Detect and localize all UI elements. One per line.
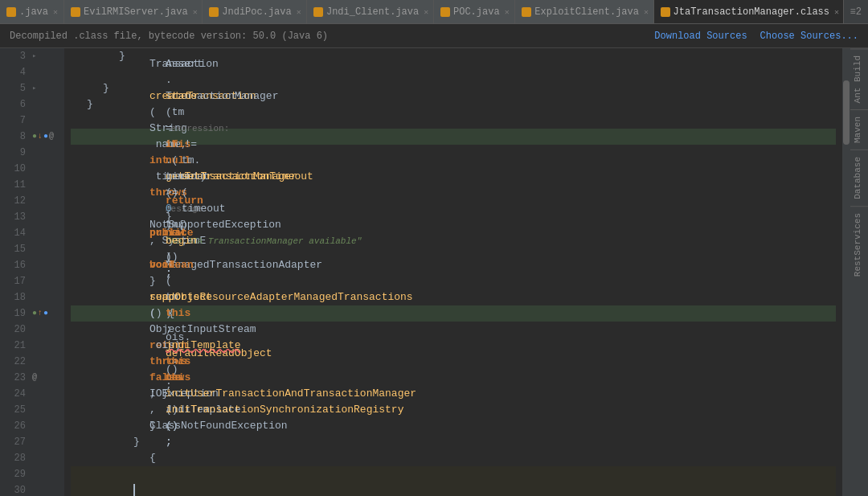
line-num-11: 11 — [0, 177, 31, 193]
gutter-row-27: 27 — [0, 434, 64, 450]
tab-evilrmi[interactable]: EvilRMIServer.java ✕ — [64, 0, 203, 24]
tab-exploitclient[interactable]: ExploitClient.java ✕ — [515, 0, 653, 24]
line-num-26: 26 — [0, 418, 31, 434]
line-num-19: 19 — [0, 305, 31, 322]
gutter-row-30: 30 — [0, 482, 64, 496]
evilrmi-file-icon — [71, 7, 80, 17]
line-num-29: 29 — [0, 466, 31, 482]
debug-icon-8: ● — [43, 129, 48, 145]
gutter-row-15: 15 — [0, 241, 64, 257]
tab-jndipoc[interactable]: JndiPoc.java ✕ — [203, 0, 307, 24]
rest-services-panel-tab[interactable]: RestServices — [850, 206, 868, 283]
annotation-icon-8: ↓ — [38, 129, 43, 145]
maven-panel-tab[interactable]: Maven — [850, 109, 868, 150]
gutter-row-20: 20 — [0, 322, 64, 338]
code-editor[interactable]: } } } public Transaction creat — [64, 48, 842, 496]
code-content: } } } public Transaction creat — [64, 48, 842, 496]
cursor — [133, 484, 135, 496]
tab-poc-label: POC.java — [453, 6, 500, 18]
line-num-12: 12 — [0, 193, 31, 209]
gutter-row-10: 10 — [0, 161, 64, 177]
debug-icon-19: ● — [43, 305, 48, 322]
tab-java-label: .java — [19, 6, 48, 18]
gutter-row-11: 11 — [0, 177, 64, 193]
line-num-21: 21 — [0, 338, 31, 354]
gutter-row-22: 22 — [0, 354, 64, 370]
line-num-27: 27 — [0, 434, 31, 450]
line-num-20: 20 — [0, 322, 31, 338]
line-num-28: 28 — [0, 450, 31, 466]
gutter-row-8: 8 ● ↓ ● @ — [0, 129, 64, 145]
line-num-4: 4 — [0, 64, 31, 80]
gutter-row-28: 28 — [0, 450, 64, 466]
gutter-row-17: 17 — [0, 273, 64, 289]
java-file-icon — [6, 7, 16, 17]
tab-jndipoc-close[interactable]: ✕ — [297, 7, 301, 17]
line-num-10: 10 — [0, 161, 31, 177]
tab-poc-close[interactable]: ✕ — [505, 7, 510, 17]
jndipoc-file-icon — [209, 7, 219, 17]
line-num-24: 24 — [0, 386, 31, 402]
tab-java[interactable]: .java ✕ — [0, 0, 64, 24]
tab-jndiclient-close[interactable]: ✕ — [424, 7, 428, 17]
gutter-row-14: 14 — [0, 225, 64, 241]
tab-exploitclient-close[interactable]: ✕ — [644, 7, 649, 17]
gutter-row-12: 12 — [0, 193, 64, 209]
gutter-row-24: 24 — [0, 386, 64, 402]
bookmark-icon-19[interactable]: ● — [32, 305, 37, 322]
gutter-row-26: 26 — [0, 418, 64, 434]
line-num-30: 30 — [0, 482, 31, 496]
jndiclient-file-icon — [313, 7, 323, 17]
ant-build-panel-tab[interactable]: Ant Build — [850, 48, 868, 109]
scrollbar-track[interactable] — [842, 48, 850, 496]
gutter-row-16: 16 — [0, 257, 64, 273]
fold-icon-3[interactable]: ▸ — [32, 48, 36, 64]
tab-jtatransaction[interactable]: JtaTransactionManager.class ✕ — [654, 0, 844, 24]
poc-file-icon — [440, 7, 450, 17]
scrollbar-thumb[interactable] — [843, 80, 850, 145]
line-num-6: 6 — [0, 96, 31, 113]
tab-jtatransaction-label: JtaTransactionManager.class — [674, 6, 829, 18]
line-num-5: 5 — [0, 80, 31, 96]
info-bar: Decompiled .class file, bytecode version… — [0, 24, 868, 48]
line-num-16: 16 — [0, 257, 31, 273]
fold-icon-5[interactable]: ▸ — [32, 80, 36, 96]
decompile-info: Decompiled .class file, bytecode version… — [10, 31, 328, 42]
tab-evilrmi-close[interactable]: ✕ — [193, 7, 198, 17]
tab-jndipoc-label: JndiPoc.java — [222, 6, 291, 18]
code-line-30 — [71, 482, 836, 496]
gutter-row-21: 21 — [0, 338, 64, 354]
main-area: 3 ▸ 4 5 ▸ 6 — [0, 48, 868, 496]
tab-poc[interactable]: POC.java ✕ — [434, 0, 515, 24]
choose-sources-button[interactable]: Choose Sources... — [760, 31, 858, 42]
arrow-icon-19: ↑ — [38, 305, 43, 322]
tab-overflow[interactable]: ≡2 — [844, 6, 868, 18]
gutter-row-7: 7 — [0, 113, 64, 129]
info-bar-actions: Download Sources Choose Sources... — [654, 31, 858, 42]
database-panel-tab[interactable]: Database — [850, 150, 868, 206]
tab-evilrmi-label: EvilRMIServer.java — [84, 6, 188, 18]
line-num-3: 3 — [0, 48, 31, 64]
line-num-8: 8 — [0, 129, 31, 145]
line-num-23: 23 — [0, 370, 31, 386]
bookmark-icon-8[interactable]: ● — [32, 129, 37, 145]
tab-jtatransaction-close[interactable]: ✕ — [834, 7, 839, 17]
tab-java-close[interactable]: ✕ — [53, 7, 58, 17]
code-line-25: this . initTransactionSynchronizationReg… — [71, 402, 836, 418]
gutter-row-5: 5 ▸ — [0, 80, 64, 96]
line-number-gutter: 3 ▸ 4 5 ▸ 6 — [0, 48, 64, 496]
tab-jndiclient[interactable]: Jndi_Client.java ✕ — [307, 0, 434, 24]
tab-exploitclient-label: ExploitClient.java — [534, 6, 639, 18]
marker-icon-23: @ — [32, 370, 37, 386]
line-num-13: 13 — [0, 209, 31, 225]
line-num-15: 15 — [0, 241, 31, 257]
line-num-14: 14 — [0, 225, 31, 241]
gutter-row-9: 9 — [0, 145, 64, 161]
gutter-row-29: 29 — [0, 466, 64, 482]
marker-icon-8: @ — [49, 129, 54, 145]
download-sources-button[interactable]: Download Sources — [654, 31, 747, 42]
line-num-17: 17 — [0, 273, 31, 289]
gutter-row-4: 4 — [0, 64, 64, 80]
gutter-row-3: 3 ▸ — [0, 48, 64, 64]
line-num-25: 25 — [0, 402, 31, 418]
